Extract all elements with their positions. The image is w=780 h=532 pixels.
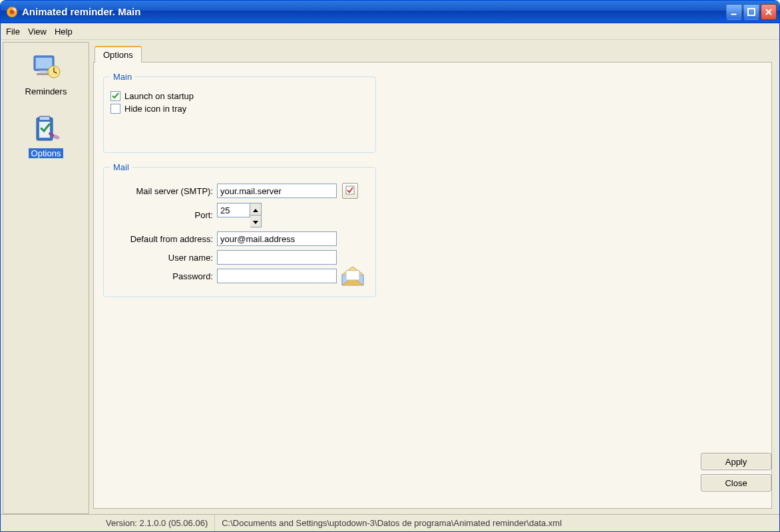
tab-panel-options: Main Launch on startup Hide icon in tra bbox=[93, 62, 772, 509]
group-mail: Mail Mail server (SMTP): Port: bbox=[103, 162, 376, 297]
svg-point-2 bbox=[10, 9, 15, 14]
input-password[interactable] bbox=[217, 269, 337, 283]
client-area: Reminders Options bbox=[1, 40, 779, 514]
clipboard-check-icon bbox=[30, 114, 62, 146]
close-button[interactable]: Close bbox=[701, 474, 771, 491]
svg-rect-4 bbox=[748, 9, 755, 15]
check-document-icon bbox=[345, 186, 355, 197]
envelope-icon bbox=[339, 265, 366, 290]
label-user-name: User name: bbox=[110, 253, 217, 263]
input-port[interactable] bbox=[217, 203, 250, 217]
app-icon bbox=[6, 6, 18, 18]
menu-file[interactable]: File bbox=[6, 27, 20, 37]
maximize-button[interactable] bbox=[743, 4, 759, 20]
window-title: Animated reminder. Main bbox=[22, 6, 726, 17]
sidebar: Reminders Options bbox=[3, 42, 89, 514]
group-main-legend: Main bbox=[110, 72, 134, 82]
svg-rect-11 bbox=[39, 116, 50, 120]
tab-strip: Options bbox=[93, 42, 777, 62]
label-port: Port: bbox=[110, 210, 217, 220]
monitor-clock-icon bbox=[30, 52, 62, 84]
title-bar[interactable]: Animated reminder. Main bbox=[1, 1, 779, 23]
close-window-button[interactable] bbox=[761, 4, 777, 20]
apply-button[interactable]: Apply bbox=[701, 453, 771, 470]
minimize-button[interactable] bbox=[726, 4, 742, 20]
chevron-down-icon bbox=[253, 216, 258, 226]
checkbox-label: Launch on startup bbox=[124, 91, 194, 101]
content-area: Options Main Launch on startup bbox=[93, 42, 777, 514]
checkbox-hide-tray-icon[interactable] bbox=[110, 104, 120, 114]
group-main: Main Launch on startup Hide icon in tra bbox=[103, 72, 376, 153]
svg-rect-6 bbox=[36, 58, 52, 68]
window-frame: Animated reminder. Main File View Help bbox=[0, 0, 780, 532]
status-version: Version: 2.1.0.0 (05.06.06) bbox=[99, 515, 215, 531]
svg-rect-3 bbox=[731, 13, 737, 15]
svg-rect-14 bbox=[346, 271, 359, 280]
chevron-up-icon bbox=[253, 204, 258, 214]
menu-help[interactable]: Help bbox=[55, 27, 73, 37]
menu-view[interactable]: View bbox=[28, 27, 47, 37]
tab-options[interactable]: Options bbox=[95, 46, 142, 63]
status-bar: Version: 2.1.0.0 (05.06.06) C:\Documents… bbox=[1, 514, 779, 531]
sidebar-item-reminders[interactable]: Reminders bbox=[9, 49, 83, 99]
sidebar-item-options[interactable]: Options bbox=[9, 111, 83, 161]
label-mail-server: Mail server (SMTP): bbox=[110, 186, 217, 196]
svg-rect-13 bbox=[346, 186, 354, 194]
checkbox-launch-on-startup[interactable] bbox=[110, 91, 120, 101]
label-password: Password: bbox=[110, 271, 217, 281]
sidebar-item-label: Options bbox=[29, 148, 64, 158]
status-path: C:\Documents and Settings\uptodown-3\Dat… bbox=[215, 515, 568, 531]
checkbox-label: Hide icon in tray bbox=[124, 104, 186, 114]
port-spin-down[interactable] bbox=[250, 215, 261, 227]
input-from-address[interactable] bbox=[217, 231, 337, 246]
menu-bar: File View Help bbox=[1, 23, 779, 40]
test-mail-button[interactable] bbox=[342, 183, 358, 199]
footer-buttons: Apply Close bbox=[701, 453, 771, 491]
input-mail-server[interactable] bbox=[217, 184, 337, 198]
input-user-name[interactable] bbox=[217, 250, 337, 265]
svg-rect-7 bbox=[39, 70, 49, 73]
sidebar-item-label: Reminders bbox=[23, 86, 70, 96]
port-spin-up[interactable] bbox=[250, 203, 261, 215]
label-from-address: Default from address: bbox=[110, 234, 217, 244]
group-mail-legend: Mail bbox=[110, 162, 132, 172]
